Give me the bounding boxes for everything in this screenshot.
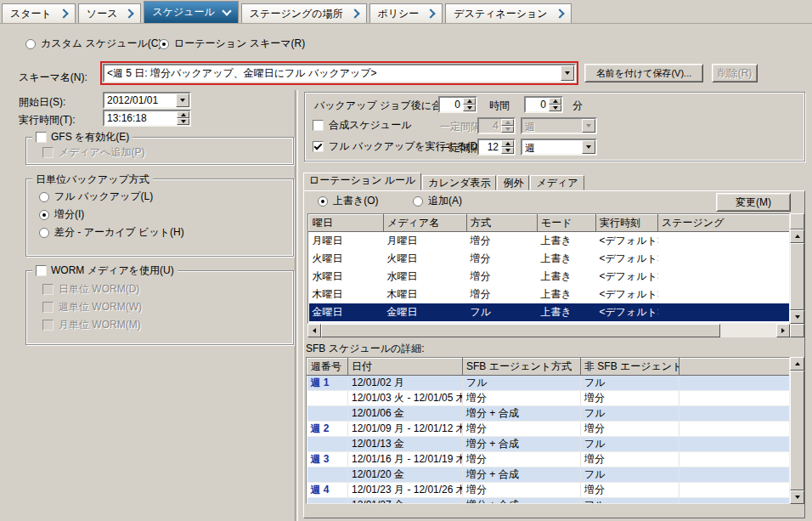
wizard-tab-5[interactable]: ポリシー [369, 3, 443, 23]
non-sfb-method-cell: フル [581, 437, 679, 452]
checkbox-label: 月単位 WORM(M) [59, 318, 141, 332]
cell: 増分 [467, 268, 538, 286]
wizard-tab-1[interactable]: スタート [2, 3, 76, 23]
wizard-tab-6[interactable]: デスティネーション [445, 3, 571, 23]
date-cell: 12/01/16 月 - 12/01/19 木 [348, 452, 463, 467]
radio-custom-schedule[interactable]: カスタム スケジュール(C) [25, 35, 162, 53]
spin-down-button[interactable] [463, 105, 476, 111]
cell: <デフォルト> [596, 268, 658, 286]
spin-up-button[interactable] [177, 111, 189, 118]
cell: 上書き [538, 268, 596, 286]
tab-3[interactable]: 例外 [497, 175, 529, 190]
scroll-right-button[interactable] [776, 324, 790, 337]
spin-down-button[interactable] [177, 118, 189, 125]
table-row[interactable]: 月曜日月曜日増分上書き<デフォルト> [309, 232, 791, 250]
table-row[interactable]: 12/01/20 金増分 + 合成フル [307, 467, 791, 483]
schema-name-combobox[interactable]: <週 5 日: 増分バックアップ、金曜日にフル バックアップ> [103, 64, 576, 82]
synth-schedule-checkbox[interactable]: 合成スケジュール [313, 116, 411, 134]
chevron-down-icon [180, 99, 185, 102]
table-row[interactable]: 12/01/27 金増分 + 合成フル [307, 498, 791, 505]
worm-enable-checkbox[interactable]: WORM メディアを使用(U) [32, 263, 178, 278]
scrollbar-thumb[interactable] [790, 243, 804, 310]
table-row[interactable]: 12/01/06 金増分 + 合成フル [307, 406, 791, 422]
dropdown-button[interactable] [176, 93, 189, 107]
column-header[interactable]: モード [538, 215, 596, 232]
wizard-tab-4[interactable]: ステージングの場所 [241, 3, 367, 23]
save-as-button[interactable]: 名前を付けて保存(V)... [584, 64, 703, 82]
tab-4[interactable]: メディア [530, 175, 584, 190]
radio-icon [413, 196, 423, 207]
week-number-cell: 週 2 [307, 422, 348, 437]
change-button[interactable]: 変更(M) [716, 193, 791, 212]
column-header[interactable]: メディア名 [384, 215, 467, 232]
gfs-enable-checkbox[interactable]: GFS を有効化(E) [32, 130, 133, 144]
checkbox-icon [36, 265, 47, 276]
column-header[interactable]: 曜日 [309, 215, 384, 232]
rotation-vertical-scrollbar[interactable] [790, 229, 804, 324]
column-header[interactable]: 実行時刻 [596, 215, 658, 232]
cell: <デフォルト> [596, 303, 658, 321]
column-header[interactable]: SFB エージェント方式 [463, 359, 581, 376]
tab-1[interactable]: ローテーション ルール [303, 173, 421, 190]
radio-daily-method-3[interactable]: 差分 - アーカイブ ビット(H) [39, 224, 184, 241]
full-interval-spinner[interactable]: 12 [477, 139, 516, 156]
scroll-up-button[interactable] [790, 357, 804, 371]
table-row[interactable]: 週 212/01/09 月 - 12/01/12 木増分増分 [307, 422, 791, 437]
radio-daily-method-2[interactable]: 増分(I) [39, 206, 184, 224]
exec-time-spinner[interactable]: 13:16:18 [103, 110, 191, 127]
dropdown-button[interactable] [582, 140, 595, 154]
table-row[interactable]: 12/01/03 火 - 12/01/05 木増分増分 [307, 391, 791, 406]
date-cell: 12/01/13 金 [348, 437, 463, 452]
table-row[interactable]: 週 312/01/16 月 - 12/01/19 木増分増分 [307, 452, 791, 467]
wizard-tab-label: ポリシー [378, 7, 420, 21]
table-row[interactable]: 週 412/01/23 月 - 12/01/26 木増分増分 [307, 483, 791, 498]
scroll-down-button[interactable] [790, 310, 804, 324]
tab-2[interactable]: カレンダ表示 [422, 175, 496, 190]
spin-up-button[interactable] [549, 98, 561, 105]
table-row[interactable]: 火曜日火曜日増分上書き<デフォルト> [309, 250, 791, 268]
wizard-tab-2[interactable]: ソース [78, 3, 142, 23]
hours-spinner[interactable]: 0 [438, 96, 477, 113]
scroll-up-button[interactable] [790, 229, 804, 243]
spin-up-button[interactable] [501, 140, 514, 147]
wizard-tab-3[interactable]: スケジュール [144, 1, 238, 23]
scroll-down-icon [795, 315, 800, 319]
radio-rotation-schema[interactable]: ローテーション スキーマ(R) [159, 35, 305, 53]
column-header[interactable]: 日付 [348, 359, 463, 376]
table-row[interactable]: 水曜日水曜日増分上書き<デフォルト> [309, 268, 791, 286]
dropdown-button [582, 119, 595, 133]
table-row[interactable]: 木曜日木曜日増分上書き<デフォルト> [309, 286, 791, 303]
table-row[interactable]: 12/01/13 金増分 + 合成フル [307, 437, 791, 452]
full-interval-unit-combobox[interactable]: 週 [521, 139, 597, 156]
radio-icon [39, 228, 49, 238]
spin-down-button[interactable] [501, 147, 514, 154]
dropdown-button[interactable] [561, 65, 574, 81]
week-number-cell: 週 1 [307, 376, 348, 391]
minutes-spinner[interactable]: 0 [524, 96, 563, 113]
sfb-vertical-scrollbar[interactable] [790, 357, 804, 504]
spin-down-button[interactable] [549, 105, 561, 111]
rotation-horizontal-scrollbar[interactable] [307, 324, 790, 337]
column-header[interactable]: 非 SFB エージェント方... [581, 359, 679, 376]
cell: 月曜日 [309, 232, 384, 250]
column-header[interactable]: ステージング [658, 215, 791, 232]
radio-daily-method-1[interactable]: フル バックアップ(L) [39, 188, 184, 206]
radio-overwrite[interactable]: 上書き(O) [318, 192, 379, 210]
column-header[interactable]: 週番号 [307, 359, 348, 376]
radio-append[interactable]: 追加(A) [413, 192, 462, 210]
table-row[interactable]: 金曜日金曜日フル上書き<デフォルト> [309, 303, 791, 321]
column-header[interactable]: 方式 [467, 215, 538, 232]
scroll-left-button[interactable] [307, 324, 321, 337]
scrollbar-thumb[interactable] [321, 324, 720, 337]
radio-icon [159, 39, 169, 49]
synth-interval-value: 4 [479, 119, 501, 133]
cell [658, 303, 791, 321]
scrollbar-thumb[interactable] [790, 371, 804, 490]
start-date-combobox[interactable]: 2012/01/01 [103, 92, 191, 109]
table-row[interactable]: 週 112/01/02 月フルフル [307, 376, 791, 391]
column-header[interactable] [679, 359, 791, 376]
chevron-right-icon [59, 8, 68, 18]
radio-icon [39, 210, 49, 220]
spin-up-button[interactable] [463, 98, 476, 105]
scroll-down-button[interactable] [790, 490, 804, 504]
